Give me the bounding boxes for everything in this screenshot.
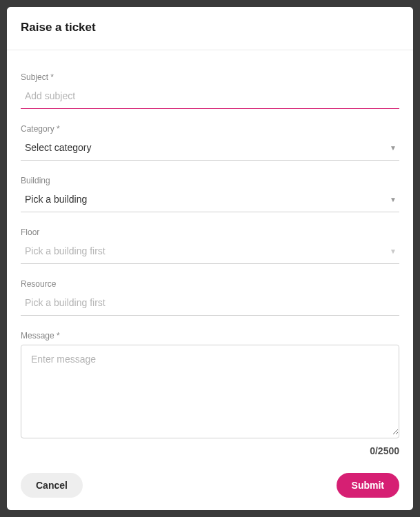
floor-select[interactable]: Pick a building first ▼: [21, 241, 399, 264]
building-field-group: Building Pick a building ▼: [21, 176, 399, 212]
subject-field-group: Subject *: [21, 72, 399, 109]
submit-button[interactable]: Submit: [337, 473, 399, 498]
building-select[interactable]: Pick a building ▼: [21, 190, 399, 212]
chevron-down-icon: ▼: [390, 247, 397, 255]
resource-field-group: Resource: [21, 279, 399, 316]
resource-input[interactable]: [21, 293, 399, 316]
modal-title: Raise a ticket: [21, 21, 399, 34]
cancel-button[interactable]: Cancel: [21, 473, 83, 498]
message-char-count: 0/2500: [21, 445, 399, 456]
raise-ticket-modal: Raise a ticket Subject * Category * Sele…: [7, 7, 413, 510]
building-select-value: Pick a building: [25, 194, 87, 205]
message-label: Message *: [21, 331, 399, 341]
chevron-down-icon: ▼: [390, 196, 397, 203]
modal-body: Subject * Category * Select category ▼ B…: [7, 50, 413, 463]
building-label: Building: [21, 176, 399, 185]
message-textarea-wrap: [21, 345, 399, 438]
category-field-group: Category * Select category ▼: [21, 124, 399, 161]
floor-select-value: Pick a building first: [25, 245, 106, 256]
subject-label: Subject *: [21, 72, 399, 82]
floor-field-group: Floor Pick a building first ▼: [21, 227, 399, 264]
resource-label: Resource: [21, 279, 399, 289]
modal-header: Raise a ticket: [7, 7, 413, 50]
message-textarea[interactable]: [21, 345, 399, 435]
subject-input[interactable]: [21, 86, 399, 109]
chevron-down-icon: ▼: [390, 144, 397, 152]
modal-footer: Cancel Submit: [7, 463, 413, 510]
category-label: Category *: [21, 124, 399, 134]
category-select-value: Select category: [25, 142, 92, 153]
category-select[interactable]: Select category ▼: [21, 138, 399, 161]
floor-label: Floor: [21, 227, 399, 237]
message-field-group: Message * 0/2500: [21, 331, 399, 456]
